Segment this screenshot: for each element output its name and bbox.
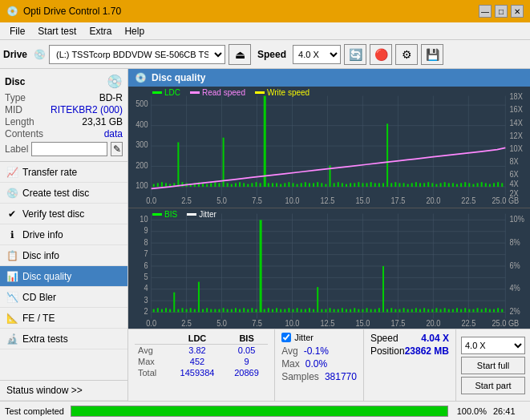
right-panel: 💿 Disc quality LDC Read speed	[128, 69, 530, 401]
chart2-svg: 10 9 8 7 6 5 4 3 2 10% 8% 6% 4% 2% 0.0	[128, 208, 530, 329]
svg-rect-122	[481, 182, 483, 187]
sidebar-item-disc-info[interactable]: 📋 Disc info	[0, 245, 127, 266]
svg-text:16X: 16X	[509, 105, 523, 115]
svg-rect-185	[198, 281, 200, 312]
label-label: Label	[5, 143, 28, 155]
extra-tests-icon: 🔬	[6, 333, 18, 345]
svg-rect-212	[309, 308, 310, 312]
svg-text:500: 500	[136, 99, 148, 109]
svg-rect-98	[382, 183, 384, 187]
svg-rect-248	[456, 308, 458, 312]
ldc-avg: 3.82	[169, 345, 225, 357]
svg-text:17.5: 17.5	[390, 196, 405, 205]
svg-rect-123	[485, 183, 487, 187]
drive-select[interactable]: (L:) TSSTcorp BDDVDW SE-506CB TS02	[49, 45, 225, 64]
settings-button[interactable]: ⚙	[395, 44, 418, 65]
svg-rect-94	[366, 183, 368, 187]
close-button[interactable]: ✕	[511, 5, 524, 18]
svg-rect-234	[399, 309, 400, 312]
svg-rect-227	[370, 309, 372, 312]
transfer-rate-label: Transfer rate	[22, 167, 77, 178]
mid-value: RITEKBR2 (000)	[51, 104, 123, 115]
mid-label: MID	[5, 104, 22, 115]
svg-rect-42	[153, 184, 155, 187]
drive-info-label: Drive info	[22, 229, 63, 240]
menu-start-test[interactable]: Start test	[31, 24, 83, 38]
svg-text:14X: 14X	[509, 118, 523, 127]
svg-rect-72	[276, 183, 277, 187]
svg-rect-110	[431, 183, 433, 187]
disc-info-label: Disc info	[22, 250, 59, 261]
save-button[interactable]: 💾	[421, 44, 443, 65]
svg-rect-238	[415, 308, 417, 312]
sidebar-item-fe-te[interactable]: 📐 FE / TE	[0, 308, 127, 329]
svg-rect-191	[223, 308, 225, 312]
svg-rect-62	[235, 183, 237, 187]
cd-bler-label: CD Bler	[22, 292, 56, 303]
jitter-checkbox[interactable]	[281, 333, 291, 342]
svg-text:6X: 6X	[509, 170, 519, 180]
svg-rect-206	[284, 309, 285, 312]
chart2-legend: BIS Jitter	[152, 210, 216, 219]
svg-text:2.5: 2.5	[181, 317, 192, 327]
svg-rect-105	[411, 183, 413, 187]
svg-rect-56	[210, 183, 212, 187]
maximize-button[interactable]: □	[495, 5, 508, 18]
svg-rect-174	[153, 309, 155, 312]
svg-text:10.0: 10.0	[285, 196, 300, 205]
svg-text:8%: 8%	[509, 236, 520, 246]
type-value: BD-R	[99, 92, 123, 103]
svg-rect-116	[456, 184, 458, 187]
chart2: BIS Jitter	[128, 208, 530, 329]
sidebar-item-disc-quality[interactable]: 📊 Disc quality	[0, 266, 127, 287]
sidebar-item-transfer-rate[interactable]: 📈 Transfer rate	[0, 162, 127, 183]
label-edit-button[interactable]: ✎	[111, 142, 123, 156]
svg-rect-96	[374, 183, 376, 187]
svg-rect-82	[317, 182, 318, 187]
samples-val: 381770	[325, 371, 357, 382]
sidebar-item-verify-test-disc[interactable]: ✔ Verify test disc	[0, 204, 127, 224]
progress-pct: 100.0%	[455, 406, 487, 416]
svg-rect-184	[194, 309, 196, 312]
svg-text:9: 9	[144, 224, 148, 235]
svg-rect-112	[440, 183, 442, 187]
speed-combo[interactable]: 4.0 X	[461, 337, 525, 354]
svg-rect-244	[440, 309, 442, 312]
menu-file[interactable]: File	[3, 24, 31, 38]
start-full-button[interactable]: Start full	[461, 357, 525, 374]
svg-rect-88	[342, 183, 343, 187]
create-test-disc-icon: 💿	[6, 188, 18, 199]
svg-rect-125	[493, 183, 495, 187]
svg-text:7: 7	[144, 248, 148, 258]
speed-select[interactable]: 4.0 X	[293, 45, 341, 64]
svg-rect-188	[210, 309, 212, 312]
sidebar-item-extra-tests[interactable]: 🔬 Extra tests	[0, 329, 127, 349]
menu-extra[interactable]: Extra	[83, 24, 118, 38]
svg-rect-225	[362, 309, 363, 312]
start-part-button[interactable]: Start part	[461, 377, 525, 394]
sidebar-item-create-test-disc[interactable]: 💿 Create test disc	[0, 183, 127, 204]
sidebar-item-drive-info[interactable]: ℹ Drive info	[0, 224, 127, 245]
svg-rect-252	[472, 309, 474, 312]
svg-rect-48	[177, 142, 179, 187]
svg-rect-183	[190, 308, 192, 312]
label-input[interactable]	[31, 142, 107, 156]
max-row: Max 452 9	[135, 356, 268, 367]
chart1-svg: 500 400 300 200 100 18X 16X 14X 12X 10X …	[128, 87, 530, 208]
panel-icon: 💿	[135, 72, 147, 83]
refresh-button[interactable]: 🔄	[344, 44, 366, 65]
buttons-section: 4.0 X Start full Start part	[455, 329, 530, 401]
minimize-button[interactable]: —	[479, 5, 492, 18]
menu-help[interactable]: Help	[118, 24, 151, 38]
eject-button[interactable]: ⏏	[229, 44, 251, 65]
svg-rect-193	[231, 309, 233, 312]
status-window-button[interactable]: Status window >>	[0, 380, 127, 401]
sidebar-item-cd-bler[interactable]: 📉 CD Bler	[0, 287, 127, 308]
main-content: Disc 💿 Type BD-R MID RITEKBR2 (000) Leng…	[0, 69, 530, 401]
ldc-max: 452	[169, 356, 225, 367]
burn-button[interactable]: 🔴	[370, 44, 392, 65]
ldc-header: LDC	[169, 333, 225, 345]
drive-label: Drive	[3, 49, 27, 60]
svg-rect-205	[280, 309, 281, 312]
app-icon: 💿	[6, 6, 18, 17]
